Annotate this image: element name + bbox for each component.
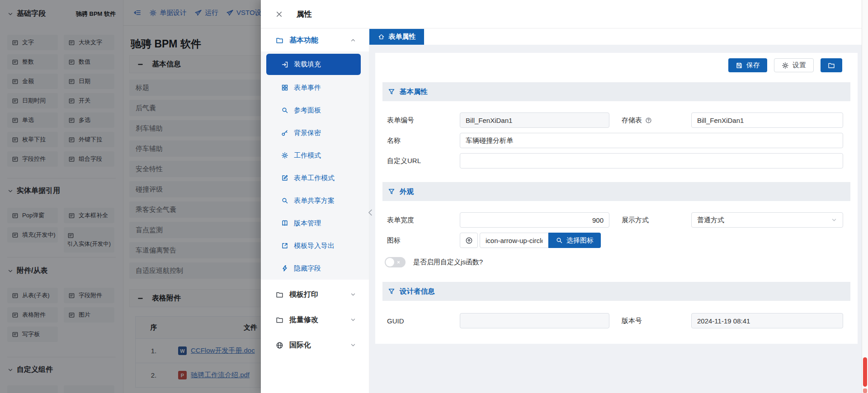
properties-card: 保存 设置 基本属性 表单编号 存储表 bbox=[375, 53, 858, 344]
folder-icon bbox=[276, 316, 283, 324]
nav-item-背景保密[interactable]: 背景保密 bbox=[261, 122, 369, 144]
nav-item-装载填充[interactable]: 装载填充 bbox=[266, 54, 361, 75]
modal-dim-overlay[interactable] bbox=[0, 0, 261, 393]
toggle-off-x-icon bbox=[396, 260, 401, 265]
nav-group-模板打印[interactable]: 模板打印 bbox=[261, 283, 369, 306]
nav-group-国际化[interactable]: 国际化 bbox=[261, 334, 369, 356]
nav-group-基本功能[interactable]: 基本功能 bbox=[261, 29, 369, 51]
tab-form-properties[interactable]: 表单属性 bbox=[369, 29, 424, 45]
row-form-no: 表单编号 存储表 bbox=[375, 112, 858, 128]
settings-button[interactable]: 设置 bbox=[774, 58, 814, 72]
chevron-down-icon bbox=[350, 317, 356, 323]
form-no-label: 表单编号 bbox=[387, 112, 414, 128]
row-js-toggle: 是否启用自定义js函数? bbox=[375, 254, 858, 270]
save-icon bbox=[736, 62, 743, 69]
gear-icon bbox=[782, 62, 789, 69]
section-designer-info: 设计者信息 bbox=[382, 282, 850, 301]
nav-item-工作模式[interactable]: 工作模式 bbox=[261, 144, 369, 167]
save-button[interactable]: 保存 bbox=[728, 58, 767, 72]
nav-item-模板导入导出[interactable]: 模板导入导出 bbox=[261, 234, 369, 257]
name-label: 名称 bbox=[387, 133, 401, 148]
display-mode-select[interactable]: 普通方式 bbox=[691, 212, 843, 228]
scrollbar-thumb-end bbox=[863, 388, 867, 393]
nav-item-表单共享方案[interactable]: 表单共享方案 bbox=[261, 189, 369, 212]
custom-url-input[interactable] bbox=[460, 153, 843, 168]
page-scrollbar[interactable] bbox=[862, 0, 868, 393]
scrollbar-thumb[interactable] bbox=[863, 357, 867, 387]
drawer-header: 属性 bbox=[261, 0, 868, 28]
drawer-content: 表单属性 保存 设置 基本属性 bbox=[369, 29, 868, 393]
home-icon bbox=[378, 33, 385, 40]
js-function-toggle[interactable] bbox=[385, 257, 406, 267]
guid-label: GUID bbox=[387, 313, 404, 328]
filter-icon bbox=[388, 288, 395, 295]
exportIc-icon bbox=[281, 242, 288, 249]
filter-icon bbox=[388, 88, 395, 95]
icon-preview bbox=[460, 233, 478, 248]
custom-url-label: 自定义URL bbox=[387, 153, 421, 168]
row-icon: 图标 选择图标 bbox=[375, 233, 858, 248]
store-table-label: 存储表 bbox=[622, 112, 652, 128]
properties-drawer: 属性 基本功能装载填充表单事件参考面板背景保密工作模式表单工作模式表单共享方案版… bbox=[261, 0, 868, 393]
nav-item-版本管理[interactable]: 版本管理 bbox=[261, 212, 369, 234]
card-actions: 保存 设置 bbox=[728, 58, 842, 72]
row-guid: GUID 版本号 bbox=[375, 313, 858, 328]
js-toggle-label: 是否启用自定义js函数? bbox=[413, 254, 483, 270]
question-circle-icon bbox=[645, 117, 652, 124]
row-name: 名称 bbox=[375, 133, 858, 148]
importIc-icon bbox=[281, 61, 288, 68]
guid-input[interactable] bbox=[460, 313, 609, 328]
drawer-title: 属性 bbox=[297, 9, 312, 19]
nav-children: 装载填充表单事件参考面板背景保密工作模式表单工作模式表单共享方案版本管理模板导入… bbox=[261, 51, 369, 280]
edit-icon bbox=[281, 174, 288, 182]
icon-name-input[interactable] bbox=[480, 233, 548, 248]
choose-icon-button[interactable]: 选择图标 bbox=[548, 233, 601, 248]
version-input[interactable] bbox=[691, 313, 843, 328]
form-width-input[interactable] bbox=[460, 212, 609, 228]
search-icon bbox=[556, 237, 563, 244]
arrow-up-circle-icon bbox=[465, 237, 473, 244]
search-icon bbox=[281, 197, 288, 204]
form-no-input[interactable] bbox=[460, 112, 609, 128]
folder-button[interactable] bbox=[821, 58, 842, 72]
nav-item-参考面板[interactable]: 参考面板 bbox=[261, 99, 369, 122]
globe-icon bbox=[276, 342, 283, 349]
section-basic-properties: 基本属性 bbox=[382, 82, 850, 101]
drawer-nav: 基本功能装载填充表单事件参考面板背景保密工作模式表单工作模式表单共享方案版本管理… bbox=[261, 29, 369, 393]
nav-item-表单工作模式[interactable]: 表单工作模式 bbox=[261, 167, 369, 189]
toggle-knob bbox=[386, 258, 394, 267]
folder-icon bbox=[828, 62, 835, 69]
row-custom-url: 自定义URL bbox=[375, 153, 858, 168]
chevron-left-icon[interactable] bbox=[366, 208, 375, 217]
grid-icon bbox=[281, 84, 288, 91]
book-icon bbox=[281, 220, 288, 227]
icon-label: 图标 bbox=[387, 233, 401, 248]
chevron-down-icon bbox=[350, 291, 356, 298]
row-form-width: 表单宽度 展示方式 普通方式 bbox=[375, 212, 858, 228]
nav-item-隐藏字段[interactable]: 隐藏字段 bbox=[261, 257, 369, 280]
section-appearance: 外观 bbox=[382, 182, 850, 201]
store-table-input[interactable] bbox=[691, 112, 843, 128]
tab-bar: 表单属性 bbox=[369, 29, 868, 45]
chevron-down-icon bbox=[350, 342, 356, 348]
gear-icon bbox=[281, 152, 288, 159]
chevron-down-icon bbox=[831, 217, 837, 223]
chevron-up-icon bbox=[350, 37, 356, 43]
form-width-label: 表单宽度 bbox=[387, 212, 414, 228]
key-icon bbox=[281, 129, 288, 136]
close-icon[interactable] bbox=[275, 10, 283, 19]
filter-icon bbox=[388, 188, 395, 195]
nav-group-批量修改[interactable]: 批量修改 bbox=[261, 309, 369, 331]
search-icon bbox=[281, 107, 288, 114]
nav-item-表单事件[interactable]: 表单事件 bbox=[261, 76, 369, 99]
name-input[interactable] bbox=[460, 133, 843, 148]
lightning-icon bbox=[281, 265, 288, 272]
folder-icon bbox=[276, 37, 283, 44]
folder-icon bbox=[276, 291, 283, 299]
version-label: 版本号 bbox=[622, 313, 642, 328]
display-mode-label: 展示方式 bbox=[622, 212, 649, 228]
